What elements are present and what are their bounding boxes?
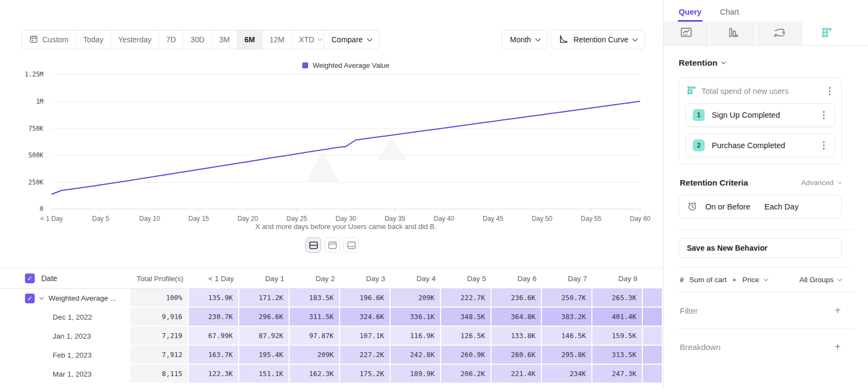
column-header: Day 2 — [290, 275, 340, 283]
retention-value-cell[interactable]: 183.5K — [290, 289, 340, 308]
retention-value-cell[interactable]: 313.5K — [592, 346, 643, 365]
retention-value-cell[interactable]: 67.99K — [189, 327, 239, 346]
retention-value-cell[interactable]: 87.92K — [239, 327, 290, 346]
kebab-menu-icon[interactable] — [823, 114, 825, 116]
range-7d[interactable]: 7D — [159, 30, 183, 49]
retention-curve-chart[interactable]: 1.25M1M750K500K250K0< 1 DayDay 5Day 10Da… — [0, 60, 663, 228]
behavior-event-row[interactable]: 1Sign Up Completed — [686, 103, 835, 127]
retention-value-cell[interactable]: 230.7K — [189, 308, 239, 327]
retention-value-cell[interactable]: 163.7K — [189, 346, 239, 365]
retention-value-cell[interactable]: 133.8K — [492, 327, 542, 346]
range-custom[interactable]: Custom — [22, 30, 76, 49]
retention-value-cell[interactable]: 401.4K — [592, 308, 643, 327]
group-label: All Groups — [799, 276, 833, 284]
retention-value-cell[interactable]: 311.5K — [290, 308, 340, 327]
retention-value-cell[interactable]: 209K — [290, 346, 340, 365]
granularity-button[interactable]: Month — [502, 30, 548, 49]
kebab-menu-icon[interactable] — [823, 144, 825, 147]
section-retention-header[interactable]: Retention — [679, 58, 842, 68]
retention-value-cell[interactable]: 250.7K — [542, 289, 592, 308]
plus-icon[interactable]: + — [834, 305, 841, 316]
retention-value-cell[interactable]: 107.1K — [340, 327, 391, 346]
add-breakdown-row[interactable]: Breakdown+ — [679, 329, 842, 365]
svg-text:Day 60: Day 60 — [630, 215, 650, 222]
add-sections: Filter+Breakdown+ — [679, 292, 842, 365]
retention-value-cell[interactable]: 348.5K — [441, 308, 492, 327]
retention-value-cell[interactable]: 247.3K — [592, 365, 643, 384]
retention-timing-card[interactable]: On or Before Each Day — [679, 195, 842, 219]
report-type-icon-tabs — [663, 22, 868, 46]
layout-toggle-group — [305, 237, 359, 253]
retention-value-cell[interactable]: 280.6K — [492, 346, 542, 365]
behavior-event-row[interactable]: 2Purchase Completed — [686, 133, 835, 157]
group-dropdown[interactable]: All Groups — [799, 276, 841, 284]
retention-value-cell[interactable]: 175.2K — [340, 365, 391, 384]
retention-value-cell[interactable]: 260.9K — [441, 346, 492, 365]
retention-value-cell[interactable]: 206.2K — [441, 365, 492, 384]
range-30d[interactable]: 30D — [183, 30, 212, 49]
retention-value-cell[interactable]: 234K — [542, 365, 592, 384]
report-type-tab-retention-grid[interactable] — [803, 22, 850, 45]
retention-value-cell[interactable]: 227.2K — [340, 346, 391, 365]
retention-value-cell[interactable]: 171.2K — [239, 289, 290, 308]
criteria-mode-dropdown[interactable]: Advanced — [801, 179, 841, 187]
retention-value-cell[interactable]: 159.5K — [592, 327, 643, 346]
select-all-checkbox[interactable]: ✓ — [25, 273, 35, 283]
retention-value-cell[interactable]: 324.6K — [340, 308, 391, 327]
retention-value-cell[interactable]: 383.2K — [542, 308, 592, 327]
tab-chart[interactable]: Chart — [720, 8, 739, 22]
chart-only-view-toggle-button[interactable] — [324, 237, 340, 253]
retention-value-cell[interactable]: 122.3K — [189, 365, 239, 384]
chart-type-button[interactable]: Retention Curve — [551, 30, 645, 49]
split-view-toggle-button[interactable] — [305, 237, 321, 253]
add-filter-row[interactable]: Filter+ — [679, 292, 842, 328]
retention-value-cell[interactable]: 195.4K — [239, 346, 290, 365]
chevron-down-icon — [764, 277, 768, 281]
row-checkbox[interactable]: ✓ — [25, 294, 35, 303]
measure-row[interactable]: # Sum of cart Price All Groups — [679, 268, 842, 292]
criteria-mode-label: Advanced — [801, 179, 833, 187]
report-type-tab-funnel-bars[interactable] — [710, 22, 757, 45]
chevron-down-icon — [633, 36, 638, 41]
retention-value-cell[interactable]: 97.87K — [290, 327, 340, 346]
svg-text:Day 35: Day 35 — [385, 215, 405, 222]
range-3m[interactable]: 3M — [212, 30, 237, 49]
chevron-down-icon — [318, 36, 322, 41]
retention-value-cell[interactable]: 196.6K — [340, 289, 391, 308]
kebab-menu-icon[interactable] — [829, 90, 831, 92]
report-type-tab-flows[interactable] — [757, 22, 803, 45]
save-as-new-behavior-button[interactable]: Save as New Behavior — [679, 238, 842, 258]
range-today[interactable]: Today — [76, 30, 111, 49]
retention-value-cell[interactable]: 126.5K — [441, 327, 492, 346]
table-only-view-toggle-button[interactable] — [343, 237, 359, 253]
tab-query[interactable]: Query — [679, 8, 701, 22]
retention-value-cell[interactable]: 189.9K — [391, 365, 441, 384]
total-profiles-cell: 100% — [130, 289, 189, 308]
svg-text:Day 25: Day 25 — [286, 215, 307, 222]
retention-value-cell[interactable]: 146.5K — [542, 327, 592, 346]
range-12m[interactable]: 12M — [263, 30, 292, 49]
retention-value-cell[interactable]: 296.6K — [239, 308, 290, 327]
retention-value-cell[interactable]: 242.8K — [391, 346, 441, 365]
retention-value-cell[interactable]: 364.8K — [492, 308, 542, 327]
retention-value-cell[interactable]: 151.1K — [239, 365, 290, 384]
range-yesterday[interactable]: Yesterday — [111, 30, 159, 49]
chevron-down-icon — [535, 36, 540, 41]
retention-value-cell[interactable]: 295.8K — [542, 346, 592, 365]
timing-value: Each Day — [764, 202, 799, 211]
plus-icon[interactable]: + — [834, 341, 841, 352]
retention-value-cell[interactable]: 135.9K — [189, 289, 239, 308]
range-6m[interactable]: 6M — [237, 30, 262, 49]
retention-value-cell[interactable]: 222.7K — [441, 289, 492, 308]
retention-value-cell[interactable]: 209K — [391, 289, 441, 308]
report-type-tab-insights-chart[interactable] — [663, 22, 710, 45]
retention-value-cell[interactable]: 162.3K — [290, 365, 340, 384]
retention-value-cell[interactable]: 221.4K — [492, 365, 542, 384]
retention-value-cell[interactable]: 236.6K — [492, 289, 542, 308]
expand-chevron-icon[interactable] — [40, 295, 44, 300]
retention-value-cell[interactable]: 265.3K — [592, 289, 643, 308]
retention-value-cell[interactable]: 336.1K — [391, 308, 441, 327]
retention-value-cell[interactable]: 116.9K — [391, 327, 441, 346]
compare-button[interactable]: Compare — [323, 30, 380, 49]
svg-text:Day 5: Day 5 — [92, 215, 110, 222]
